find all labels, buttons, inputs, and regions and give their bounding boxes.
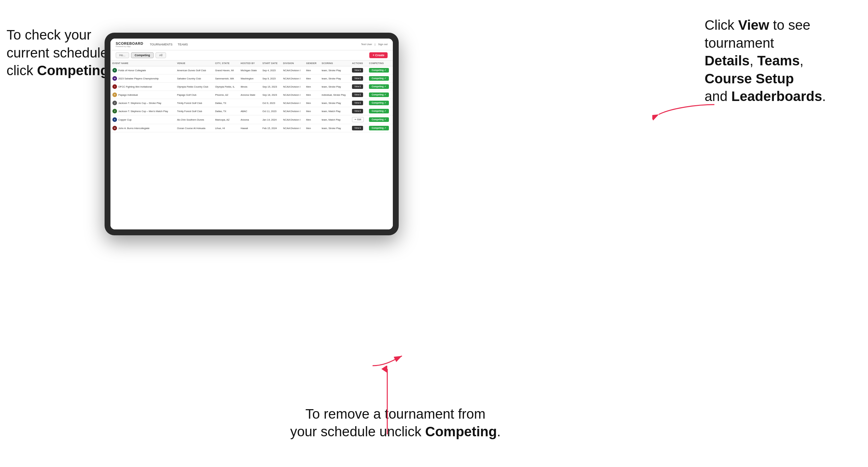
table-row: W 2023 Sahalee Players Championship Saha… (111, 74, 393, 83)
table-row: I OFCC Fighting Illini Invitational Olym… (111, 83, 393, 91)
table-header-row: EVENT NAME VENUE CITY, STATE HOSTED BY S… (111, 60, 393, 66)
table-row: J Jackson T. Stephens Cup – Stroke Play … (111, 99, 393, 107)
start-date-cell: Sep 4, 2023 (260, 66, 281, 74)
start-date-cell: Sep 9, 2023 (260, 74, 281, 83)
annotation-line3: click (6, 63, 37, 78)
venue-cell: American Dunes Golf Club (175, 66, 213, 74)
scoreboard-title: SCOREBOARD (116, 41, 143, 45)
nav-tournaments[interactable]: TOURNAMENTS (150, 43, 172, 46)
arrow-competing-col (369, 349, 405, 369)
col-city-state: CITY, STATE (213, 60, 239, 66)
nav-signout[interactable]: Sign out (378, 43, 388, 46)
filter-all[interactable]: All (156, 52, 166, 58)
filter-competing[interactable]: Competing (131, 52, 154, 58)
venue-cell: Papago Golf Club (175, 91, 213, 99)
view-button[interactable]: View ℹ (352, 126, 363, 130)
city-state-cell: Maricopa, AZ (213, 115, 239, 124)
scoring-cell: individual, Stroke Play (320, 91, 350, 99)
event-name-cell: W 2023 Sahalee Players Championship (111, 74, 175, 83)
edit-button[interactable]: ✏ Edit (352, 117, 364, 122)
table-row: J Jackson T. Stephens Cup – Men's Match … (111, 107, 393, 115)
competing-badge[interactable]: Competing ✓ (369, 101, 389, 105)
tablet-screen: SCOREBOARD Powered by clipp TOURNAMENTS … (111, 38, 393, 229)
view-button[interactable]: View ℹ (352, 84, 363, 89)
annotation-line2: current schedule, (6, 45, 112, 60)
hosted-by-cell: Arizona State (239, 91, 260, 99)
competing-badge[interactable]: Competing ✓ (369, 84, 389, 89)
event-name-cell: I OFCC Fighting Illini Invitational (111, 83, 175, 91)
event-name-cell: H John A. Burns Intercollegiate (111, 124, 175, 132)
view-button[interactable]: View ℹ (352, 92, 363, 97)
nav-links: TOURNAMENTS TEAMS (150, 43, 188, 46)
scoreboard-logo: SCOREBOARD Powered by clipp (116, 41, 143, 48)
actions-cell: View ℹ (350, 83, 367, 91)
division-cell: NCAA Division I (281, 91, 304, 99)
competing-badge[interactable]: Competing ✓ (369, 109, 389, 114)
division-cell: NCAA Division I (281, 74, 304, 83)
actions-cell: View ℹ (350, 74, 367, 83)
event-name: Papago Individual (118, 93, 138, 96)
city-state-cell: Olympia Fields, IL (213, 83, 239, 91)
start-date-cell: Feb 15, 2024 (260, 124, 281, 132)
city-state-cell: Dallas, TX (213, 107, 239, 115)
actions-cell: View ℹ (350, 124, 367, 132)
table-row: H John A. Burns Intercollegiate Ocean Co… (111, 124, 393, 132)
actions-cell: View ℹ (350, 91, 367, 99)
team-logo: I (113, 84, 117, 89)
hosted-by-cell: Illinois (239, 83, 260, 91)
team-logo: J (113, 101, 117, 105)
team-logo: F (113, 68, 117, 72)
event-name-cell: F Folds of Honor Collegiate (111, 66, 175, 74)
competing-badge[interactable]: Competing ✓ (369, 126, 389, 130)
scoring-cell: team, Stroke Play (320, 66, 350, 74)
filter-home[interactable]: Ho... (116, 52, 129, 58)
annotation-bottom: To remove a tournament from your schedul… (281, 405, 510, 441)
nav-teams[interactable]: TEAMS (178, 43, 188, 46)
view-button[interactable]: View ℹ (352, 68, 363, 72)
competing-badge[interactable]: Competing ✓ (369, 68, 389, 72)
col-scoring: SCORING (320, 60, 350, 66)
division-cell: NCAA Division I (281, 107, 304, 115)
competing-cell: Competing ✓ (367, 66, 393, 74)
tablet-device: SCOREBOARD Powered by clipp TOURNAMENTS … (104, 33, 399, 235)
competing-cell: Competing ✓ (367, 83, 393, 91)
table-row: A Copper Cup Ak-Chin Southern DunesMaric… (111, 115, 393, 124)
hosted-by-cell: ABAC (239, 107, 260, 115)
competing-badge[interactable]: Competing ✓ (369, 92, 389, 97)
event-name-cell: P Papago Individual (111, 91, 175, 99)
gender-cell: Men (304, 66, 320, 74)
scoring-cell: team, Stroke Play (320, 74, 350, 83)
start-date-cell: Oct 9, 2023 (260, 99, 281, 107)
gender-cell: Men (304, 115, 320, 124)
competing-cell: Competing ✓ (367, 91, 393, 99)
division-cell: NCAA Division I (281, 124, 304, 132)
competing-cell: Competing ✓ (367, 74, 393, 83)
annotation-competing-bold: Competing (37, 63, 108, 78)
view-button[interactable]: View ℹ (352, 101, 363, 105)
col-competing: COMPETING (367, 60, 393, 66)
scoring-cell: team, Stroke Play (320, 99, 350, 107)
division-cell: NCAA Division I (281, 115, 304, 124)
gender-cell: Men (304, 74, 320, 83)
view-button[interactable]: View ℹ (352, 109, 363, 114)
scoring-cell: team, Match Play (320, 107, 350, 115)
filter-bar: Ho... Competing All + Create (111, 50, 393, 60)
event-name: Jackson T. Stephens Cup – Men's Match Pl… (118, 110, 168, 113)
start-date-cell: Oct 11, 2023 (260, 107, 281, 115)
create-button[interactable]: + Create (369, 52, 388, 58)
hosted-by-cell: Arizona (239, 115, 260, 124)
competing-badge[interactable]: Competing ✓ (369, 117, 389, 122)
col-venue: VENUE (175, 60, 213, 66)
venue-cell: Olympia Fields Country Club (175, 83, 213, 91)
tournaments-table: EVENT NAME VENUE CITY, STATE HOSTED BY S… (111, 60, 393, 132)
scoring-cell: team, Stroke Play (320, 83, 350, 91)
event-name: John A. Burns Intercollegiate (118, 127, 149, 130)
scoreboard-powered: Powered by clipp (116, 45, 143, 48)
actions-cell: View ℹ (350, 107, 367, 115)
actions-cell: View ℹ (350, 99, 367, 107)
nav-bar: SCOREBOARD Powered by clipp TOURNAMENTS … (111, 38, 393, 50)
view-button[interactable]: View ℹ (352, 76, 363, 81)
event-name-cell: J Jackson T. Stephens Cup – Men's Match … (111, 107, 175, 115)
city-state-cell: Sammamish, WA (213, 74, 239, 83)
competing-badge[interactable]: Competing ✓ (369, 76, 389, 81)
